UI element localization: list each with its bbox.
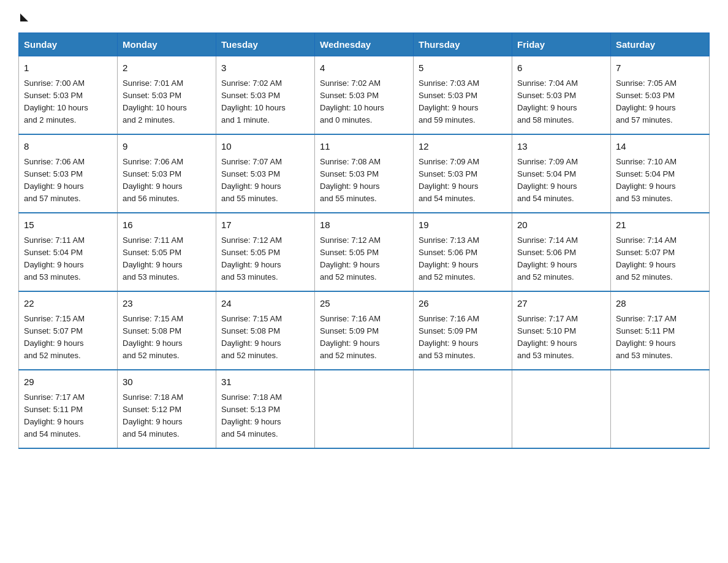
day-info: Sunrise: 7:18 AM Sunset: 5:12 PM Dayligh… bbox=[123, 391, 211, 441]
calendar-day-cell bbox=[512, 370, 611, 448]
calendar-day-cell: 20Sunrise: 7:14 AM Sunset: 5:06 PM Dayli… bbox=[512, 213, 611, 291]
calendar-day-cell: 4Sunrise: 7:02 AM Sunset: 5:03 PM Daylig… bbox=[315, 56, 414, 135]
calendar-day-cell: 6Sunrise: 7:04 AM Sunset: 5:03 PM Daylig… bbox=[512, 56, 611, 135]
calendar-week-row: 1Sunrise: 7:00 AM Sunset: 5:03 PM Daylig… bbox=[19, 56, 710, 135]
day-number: 19 bbox=[419, 218, 507, 232]
calendar-day-cell: 31Sunrise: 7:18 AM Sunset: 5:13 PM Dayli… bbox=[216, 370, 315, 448]
calendar-day-cell: 12Sunrise: 7:09 AM Sunset: 5:03 PM Dayli… bbox=[414, 134, 512, 213]
day-info: Sunrise: 7:04 AM Sunset: 5:03 PM Dayligh… bbox=[517, 77, 605, 127]
calendar-day-cell bbox=[414, 370, 512, 448]
calendar-day-cell: 16Sunrise: 7:11 AM Sunset: 5:05 PM Dayli… bbox=[118, 213, 216, 291]
day-info: Sunrise: 7:09 AM Sunset: 5:03 PM Dayligh… bbox=[419, 156, 507, 205]
calendar-day-cell: 19Sunrise: 7:13 AM Sunset: 5:06 PM Dayli… bbox=[414, 213, 512, 291]
calendar-day-cell: 26Sunrise: 7:16 AM Sunset: 5:09 PM Dayli… bbox=[414, 291, 512, 370]
calendar-day-cell: 25Sunrise: 7:16 AM Sunset: 5:09 PM Dayli… bbox=[315, 291, 414, 370]
calendar-day-cell: 27Sunrise: 7:17 AM Sunset: 5:10 PM Dayli… bbox=[512, 291, 611, 370]
day-number: 26 bbox=[419, 297, 507, 311]
day-info: Sunrise: 7:06 AM Sunset: 5:03 PM Dayligh… bbox=[123, 156, 211, 205]
calendar-day-cell: 9Sunrise: 7:06 AM Sunset: 5:03 PM Daylig… bbox=[118, 134, 216, 213]
day-info: Sunrise: 7:12 AM Sunset: 5:05 PM Dayligh… bbox=[320, 234, 408, 284]
day-info: Sunrise: 7:03 AM Sunset: 5:03 PM Dayligh… bbox=[419, 77, 507, 127]
day-info: Sunrise: 7:09 AM Sunset: 5:04 PM Dayligh… bbox=[517, 156, 605, 205]
calendar-week-row: 29Sunrise: 7:17 AM Sunset: 5:11 PM Dayli… bbox=[19, 370, 710, 448]
calendar-day-cell: 22Sunrise: 7:15 AM Sunset: 5:07 PM Dayli… bbox=[19, 291, 118, 370]
day-number: 4 bbox=[320, 61, 408, 75]
day-number: 13 bbox=[517, 140, 605, 154]
calendar-day-cell: 13Sunrise: 7:09 AM Sunset: 5:04 PM Dayli… bbox=[512, 134, 611, 213]
day-info: Sunrise: 7:10 AM Sunset: 5:04 PM Dayligh… bbox=[616, 156, 704, 205]
day-number: 17 bbox=[221, 218, 309, 232]
day-info: Sunrise: 7:11 AM Sunset: 5:05 PM Dayligh… bbox=[123, 234, 211, 284]
day-number: 16 bbox=[123, 218, 211, 232]
column-header-monday: Monday bbox=[118, 33, 216, 56]
calendar-day-cell: 18Sunrise: 7:12 AM Sunset: 5:05 PM Dayli… bbox=[315, 213, 414, 291]
calendar-week-row: 15Sunrise: 7:11 AM Sunset: 5:04 PM Dayli… bbox=[19, 213, 710, 291]
day-number: 10 bbox=[221, 140, 309, 154]
day-number: 1 bbox=[24, 61, 112, 75]
calendar-day-cell: 5Sunrise: 7:03 AM Sunset: 5:03 PM Daylig… bbox=[414, 56, 512, 135]
calendar-day-cell bbox=[315, 370, 414, 448]
day-info: Sunrise: 7:11 AM Sunset: 5:04 PM Dayligh… bbox=[24, 234, 112, 284]
calendar-body: 1Sunrise: 7:00 AM Sunset: 5:03 PM Daylig… bbox=[19, 56, 710, 449]
calendar-day-cell: 14Sunrise: 7:10 AM Sunset: 5:04 PM Dayli… bbox=[611, 134, 710, 213]
day-number: 20 bbox=[517, 218, 605, 232]
day-info: Sunrise: 7:15 AM Sunset: 5:08 PM Dayligh… bbox=[123, 313, 211, 362]
day-number: 2 bbox=[123, 61, 211, 75]
day-number: 14 bbox=[616, 140, 704, 154]
day-number: 11 bbox=[320, 140, 408, 154]
calendar-day-cell: 30Sunrise: 7:18 AM Sunset: 5:12 PM Dayli… bbox=[118, 370, 216, 448]
day-number: 6 bbox=[517, 61, 605, 75]
column-header-sunday: Sunday bbox=[19, 33, 118, 56]
calendar-day-cell: 1Sunrise: 7:00 AM Sunset: 5:03 PM Daylig… bbox=[19, 56, 118, 135]
day-number: 24 bbox=[221, 297, 309, 311]
calendar-day-cell: 2Sunrise: 7:01 AM Sunset: 5:03 PM Daylig… bbox=[118, 56, 216, 135]
day-info: Sunrise: 7:02 AM Sunset: 5:03 PM Dayligh… bbox=[221, 77, 309, 127]
column-header-wednesday: Wednesday bbox=[315, 33, 414, 56]
calendar-day-cell: 3Sunrise: 7:02 AM Sunset: 5:03 PM Daylig… bbox=[216, 56, 315, 135]
calendar-table: SundayMondayTuesdayWednesdayThursdayFrid… bbox=[18, 33, 710, 449]
day-number: 7 bbox=[616, 61, 704, 75]
calendar-day-cell: 28Sunrise: 7:17 AM Sunset: 5:11 PM Dayli… bbox=[611, 291, 710, 370]
day-info: Sunrise: 7:08 AM Sunset: 5:03 PM Dayligh… bbox=[320, 156, 408, 205]
day-number: 5 bbox=[419, 61, 507, 75]
calendar-day-cell: 23Sunrise: 7:15 AM Sunset: 5:08 PM Dayli… bbox=[118, 291, 216, 370]
day-info: Sunrise: 7:12 AM Sunset: 5:05 PM Dayligh… bbox=[221, 234, 309, 284]
calendar-week-row: 8Sunrise: 7:06 AM Sunset: 5:03 PM Daylig… bbox=[19, 134, 710, 213]
day-number: 29 bbox=[24, 375, 112, 389]
day-info: Sunrise: 7:16 AM Sunset: 5:09 PM Dayligh… bbox=[320, 313, 408, 362]
day-info: Sunrise: 7:02 AM Sunset: 5:03 PM Dayligh… bbox=[320, 77, 408, 127]
day-number: 15 bbox=[24, 218, 112, 232]
day-info: Sunrise: 7:14 AM Sunset: 5:07 PM Dayligh… bbox=[616, 234, 704, 284]
day-number: 12 bbox=[419, 140, 507, 154]
calendar-day-cell: 24Sunrise: 7:15 AM Sunset: 5:08 PM Dayli… bbox=[216, 291, 315, 370]
column-header-friday: Friday bbox=[512, 33, 611, 56]
column-header-saturday: Saturday bbox=[611, 33, 710, 56]
calendar-header: SundayMondayTuesdayWednesdayThursdayFrid… bbox=[19, 33, 710, 56]
page-header bbox=[18, 12, 710, 21]
logo-arrow-icon bbox=[20, 13, 28, 21]
calendar-day-cell: 11Sunrise: 7:08 AM Sunset: 5:03 PM Dayli… bbox=[315, 134, 414, 213]
day-info: Sunrise: 7:15 AM Sunset: 5:08 PM Dayligh… bbox=[221, 313, 309, 362]
day-number: 27 bbox=[517, 297, 605, 311]
calendar-day-cell: 29Sunrise: 7:17 AM Sunset: 5:11 PM Dayli… bbox=[19, 370, 118, 448]
day-info: Sunrise: 7:13 AM Sunset: 5:06 PM Dayligh… bbox=[419, 234, 507, 284]
day-number: 8 bbox=[24, 140, 112, 154]
day-info: Sunrise: 7:17 AM Sunset: 5:10 PM Dayligh… bbox=[517, 313, 605, 362]
day-number: 30 bbox=[123, 375, 211, 389]
calendar-day-cell: 17Sunrise: 7:12 AM Sunset: 5:05 PM Dayli… bbox=[216, 213, 315, 291]
day-number: 28 bbox=[616, 297, 704, 311]
day-number: 21 bbox=[616, 218, 704, 232]
day-info: Sunrise: 7:16 AM Sunset: 5:09 PM Dayligh… bbox=[419, 313, 507, 362]
day-info: Sunrise: 7:01 AM Sunset: 5:03 PM Dayligh… bbox=[123, 77, 211, 127]
day-info: Sunrise: 7:00 AM Sunset: 5:03 PM Dayligh… bbox=[24, 77, 112, 127]
day-number: 22 bbox=[24, 297, 112, 311]
column-header-tuesday: Tuesday bbox=[216, 33, 315, 56]
day-number: 3 bbox=[221, 61, 309, 75]
day-info: Sunrise: 7:14 AM Sunset: 5:06 PM Dayligh… bbox=[517, 234, 605, 284]
day-info: Sunrise: 7:18 AM Sunset: 5:13 PM Dayligh… bbox=[221, 391, 309, 441]
logo bbox=[18, 12, 28, 21]
day-info: Sunrise: 7:05 AM Sunset: 5:03 PM Dayligh… bbox=[616, 77, 704, 127]
day-info: Sunrise: 7:06 AM Sunset: 5:03 PM Dayligh… bbox=[24, 156, 112, 205]
calendar-day-cell: 15Sunrise: 7:11 AM Sunset: 5:04 PM Dayli… bbox=[19, 213, 118, 291]
day-number: 31 bbox=[221, 375, 309, 389]
